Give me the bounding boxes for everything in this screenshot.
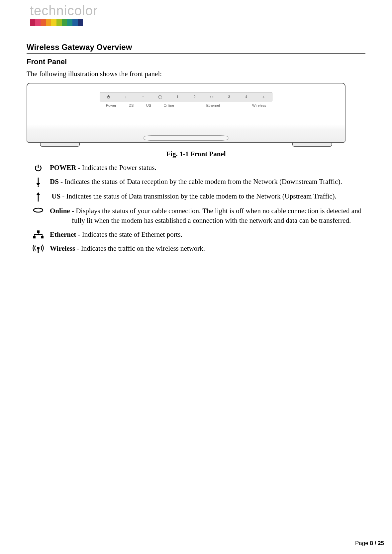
wireless-label: Wireless <box>252 103 266 107</box>
svg-rect-3 <box>37 230 40 233</box>
us-icon: ↑ <box>139 95 147 99</box>
online-icon: ◯ <box>156 95 164 99</box>
led-label-row: Power DS US Online —— Ethernet —— Wirele… <box>100 103 272 107</box>
power-icon <box>27 163 50 172</box>
page-footer: Page 8 / 25 <box>355 540 384 547</box>
def-online-desc: - Displays the status of your cable conn… <box>70 207 361 224</box>
wireless-icon <box>27 244 50 253</box>
ds-label: DS <box>129 103 134 107</box>
svg-rect-0 <box>38 186 39 187</box>
ethernet-icon <box>27 230 50 238</box>
def-ds-label: DS <box>50 178 59 186</box>
def-wireless-label: Wireless <box>50 244 75 252</box>
def-wireless-desc: - Indicates the traffic on the wireless … <box>75 244 205 252</box>
ds-icon: ↓ <box>122 95 130 99</box>
def-ds-text: DS - Indicates the status of Data recept… <box>50 177 365 186</box>
device-feet <box>27 142 345 147</box>
def-ethernet-text: Ethernet - Indicates the state of Ethern… <box>50 230 365 239</box>
footer-prefix: Page <box>355 540 370 546</box>
def-power: POWER - Indicates the Power status. <box>27 163 365 172</box>
footer-total: 25 <box>378 540 384 546</box>
def-ethernet-label: Ethernet <box>50 230 76 238</box>
eth3-label: 3 <box>225 95 233 99</box>
wireless-sym-icon: ⟡ <box>259 95 267 99</box>
def-online-text: Online - Displays the status of your cab… <box>50 206 365 225</box>
intro-text: The following illustration shows the fro… <box>27 70 365 78</box>
online-label: Online <box>163 103 174 107</box>
right-foot <box>292 142 332 147</box>
def-ds: DS - Indicates the status of Data recept… <box>27 177 365 187</box>
figure-caption: Fig. 1-1 Front Panel <box>27 150 365 158</box>
svg-rect-5 <box>41 236 44 238</box>
ethernet-label: Ethernet <box>206 103 220 107</box>
def-ethernet-desc: - Indicates the state of Ethernet ports. <box>76 230 182 238</box>
eth2-label: 2 <box>191 95 199 99</box>
svg-rect-4 <box>33 236 36 238</box>
front-notch <box>143 135 229 141</box>
def-power-text: POWER - Indicates the Power status. <box>50 163 365 172</box>
brand-color-strip <box>30 19 83 26</box>
def-ethernet: Ethernet - Indicates the state of Ethern… <box>27 230 365 239</box>
page-header: technicolor <box>0 0 392 37</box>
eth4-label: 4 <box>242 95 250 99</box>
def-wireless: Wireless - Indicates the traffic on the … <box>27 244 365 253</box>
power-label: Power <box>106 103 116 107</box>
eth1-label: 1 <box>173 95 181 99</box>
svg-rect-7 <box>38 249 39 253</box>
power-icon: ⏻ <box>105 95 113 99</box>
def-power-desc: - Indicates the Power status. <box>76 164 156 172</box>
svg-rect-1 <box>38 201 39 202</box>
page-content: Wireless Gateway Overview Front Panel Th… <box>0 37 392 261</box>
def-wireless-text: Wireless - Indicates the traffic on the … <box>50 244 365 253</box>
brand-logo-text: technicolor <box>30 3 392 18</box>
led-definitions: POWER - Indicates the Power status. DS -… <box>27 163 365 253</box>
def-us-text: US - Indicates the status of Data transm… <box>50 192 365 201</box>
def-online: Online - Displays the status of your cab… <box>27 206 365 225</box>
subsection-title: Front Panel <box>27 58 365 67</box>
def-power-label: POWER <box>50 164 76 172</box>
def-us-desc: - Indicates the status of Data transmiss… <box>60 192 337 200</box>
front-panel-figure: ⏻ ↓ ↑ ◯ 1 2 ⊶ 3 4 ⟡ Power DS US Online —… <box>27 83 345 147</box>
left-foot <box>40 142 80 147</box>
ethernet-sym-icon: ⊶ <box>208 95 216 99</box>
down-arrow-icon <box>27 177 50 187</box>
def-us: US - Indicates the status of Data transm… <box>27 192 365 202</box>
device-illustration: ⏻ ↓ ↑ ◯ 1 2 ⊶ 3 4 ⟡ Power DS US Online —… <box>27 83 345 143</box>
us-label: US <box>146 103 151 107</box>
online-icon <box>27 206 50 213</box>
def-ds-desc: - Indicates the status of Data reception… <box>59 178 342 186</box>
led-strip: ⏻ ↓ ↑ ◯ 1 2 ⊶ 3 4 ⟡ <box>100 92 272 101</box>
footer-sep: / <box>373 540 378 546</box>
up-arrow-icon <box>27 192 50 202</box>
def-us-label: US <box>51 192 60 200</box>
footer-current: 8 <box>370 540 373 546</box>
def-online-label: Online <box>50 207 70 215</box>
svg-point-2 <box>34 208 43 212</box>
section-title: Wireless Gateway Overview <box>27 43 365 54</box>
